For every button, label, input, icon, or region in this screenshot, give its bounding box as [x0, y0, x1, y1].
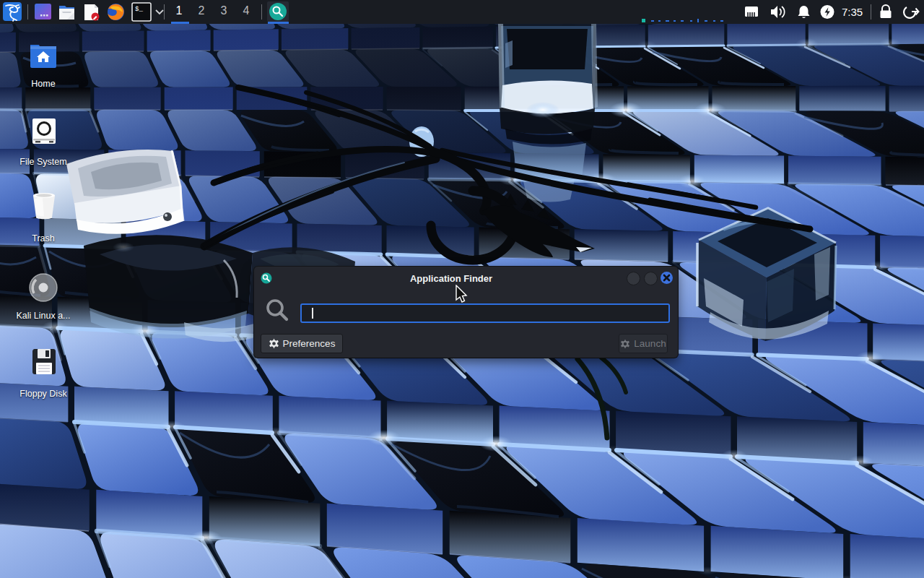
- svg-text:$_: $_: [135, 6, 143, 13]
